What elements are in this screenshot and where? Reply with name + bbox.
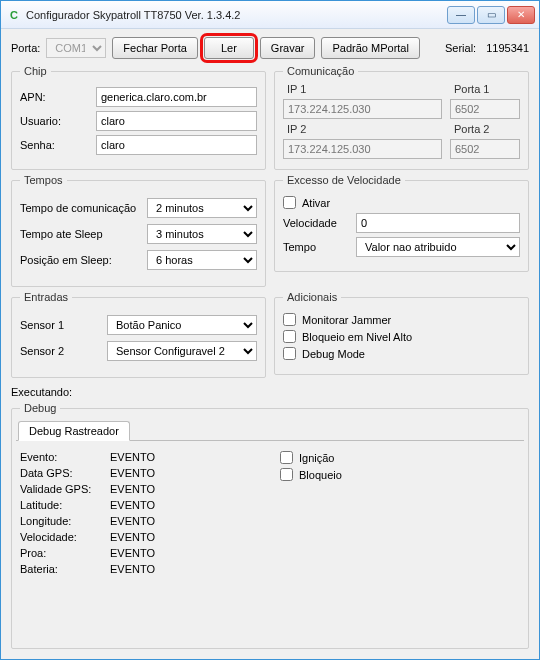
bloqueio-alto-checkbox[interactable] (283, 330, 296, 343)
sensor1-select[interactable]: Botão Panico (107, 315, 257, 335)
senha-input[interactable] (96, 135, 257, 155)
usuario-label: Usuario: (20, 115, 90, 127)
tempo-label: Tempo (283, 241, 348, 253)
adicionais-legend: Adicionais (283, 291, 341, 303)
chip-legend: Chip (20, 65, 51, 77)
latitude-key: Latitude: (20, 499, 110, 511)
executando-label: Executando: (11, 386, 529, 398)
tempo-sleep-select[interactable]: 3 minutos (147, 224, 257, 244)
evento-value: EVENTO (110, 451, 155, 463)
window-buttons: — ▭ ✕ (447, 6, 535, 24)
serial-value: 1195341 (486, 42, 529, 54)
porta-label: Porta: (11, 42, 40, 54)
app-window: C Configurador Skypatroll TT8750 Ver. 1.… (0, 0, 540, 660)
close-button[interactable]: ✕ (507, 6, 535, 24)
velocidade-group: Excesso de Velocidade Ativar Velocidade … (274, 174, 529, 272)
tempos-legend: Tempos (20, 174, 67, 186)
posicao-sleep-label: Posição em Sleep: (20, 254, 112, 266)
velocidade-label: Velocidade (283, 217, 348, 229)
bateria-key: Bateria: (20, 563, 110, 575)
app-icon: C (7, 8, 21, 22)
padrao-mportal-button[interactable]: Padrão MPortal (321, 37, 419, 59)
velocidade-input[interactable] (356, 213, 520, 233)
datagps-value: EVENTO (110, 467, 155, 479)
apn-label: APN: (20, 91, 90, 103)
comunicacao-group: Comunicação IP 1 Porta 1 IP 2 Porta 2 (274, 65, 529, 170)
sensor2-select[interactable]: Sensor Configuravel 2 (107, 341, 257, 361)
jammer-checkbox[interactable] (283, 313, 296, 326)
velocidade-legend: Excesso de Velocidade (283, 174, 405, 186)
porta1-input[interactable] (450, 99, 520, 119)
datagps-key: Data GPS: (20, 467, 110, 479)
chip-group: Chip APN: Usuario: Senha: (11, 65, 266, 170)
tempos-group: Tempos Tempo de comunicação 2 minutos Te… (11, 174, 266, 287)
ignicao-label: Ignição (299, 452, 334, 464)
debug-right-column: Ignição Bloqueio (280, 447, 520, 579)
debug-group: Debug Debug Rastreador Evento:EVENTO Dat… (11, 402, 529, 649)
proa-value: EVENTO (110, 547, 155, 559)
velocidade-value: EVENTO (110, 531, 155, 543)
validade-key: Validade GPS: (20, 483, 110, 495)
velocidade-key: Velocidade: (20, 531, 110, 543)
gravar-button[interactable]: Gravar (260, 37, 316, 59)
porta2-label: Porta 2 (450, 123, 520, 135)
entradas-legend: Entradas (20, 291, 72, 303)
ip2-label: IP 2 (283, 123, 442, 135)
tab-debug-rastreador[interactable]: Debug Rastreador (18, 421, 130, 441)
bloqueio-alto-label: Bloqueio em Nivel Alto (302, 331, 412, 343)
ignicao-checkbox[interactable] (280, 451, 293, 464)
jammer-label: Monitorar Jammer (302, 314, 391, 326)
latitude-value: EVENTO (110, 499, 155, 511)
evento-key: Evento: (20, 451, 110, 463)
entradas-group: Entradas Sensor 1 Botão Panico Sensor 2 … (11, 291, 266, 378)
ler-button[interactable]: Ler (204, 37, 254, 59)
proa-key: Proa: (20, 547, 110, 559)
debug-mode-label: Debug Mode (302, 348, 365, 360)
window-body: Porta: COM1 Fechar Porta Ler Gravar Padr… (1, 29, 539, 659)
longitude-value: EVENTO (110, 515, 155, 527)
ativar-checkbox[interactable] (283, 196, 296, 209)
sensor2-label: Sensor 2 (20, 345, 64, 357)
adicionais-group: Adicionais Monitorar Jammer Bloqueio em … (274, 291, 529, 375)
tempo-comunicacao-select[interactable]: 2 minutos (147, 198, 257, 218)
porta1-label: Porta 1 (450, 83, 520, 95)
tempo-comunicacao-label: Tempo de comunicação (20, 202, 136, 214)
debug-left-column: Evento:EVENTO Data GPS:EVENTO Validade G… (20, 447, 280, 579)
ip1-label: IP 1 (283, 83, 442, 95)
window-title: Configurador Skypatroll TT8750 Ver. 1.3.… (26, 9, 447, 21)
comunicacao-legend: Comunicação (283, 65, 358, 77)
apn-input[interactable] (96, 87, 257, 107)
bloqueio-checkbox[interactable] (280, 468, 293, 481)
ip1-input[interactable] (283, 99, 442, 119)
usuario-input[interactable] (96, 111, 257, 131)
posicao-sleep-select[interactable]: 6 horas (147, 250, 257, 270)
senha-label: Senha: (20, 139, 90, 151)
validade-value: EVENTO (110, 483, 155, 495)
porta2-input[interactable] (450, 139, 520, 159)
serial-label: Serial: (445, 42, 476, 54)
debug-legend: Debug (20, 402, 60, 414)
maximize-button[interactable]: ▭ (477, 6, 505, 24)
tempo-sleep-label: Tempo ate Sleep (20, 228, 103, 240)
toolbar: Porta: COM1 Fechar Porta Ler Gravar Padr… (11, 35, 529, 61)
debug-tabstrip: Debug Rastreador (16, 418, 524, 441)
tempo-select[interactable]: Valor nao atribuido (356, 237, 520, 257)
ip2-input[interactable] (283, 139, 442, 159)
longitude-key: Longitude: (20, 515, 110, 527)
ativar-label: Ativar (302, 197, 330, 209)
sensor1-label: Sensor 1 (20, 319, 64, 331)
porta-select[interactable]: COM1 (46, 38, 106, 58)
fechar-porta-button[interactable]: Fechar Porta (112, 37, 198, 59)
bateria-value: EVENTO (110, 563, 155, 575)
debug-mode-checkbox[interactable] (283, 347, 296, 360)
minimize-button[interactable]: — (447, 6, 475, 24)
titlebar: C Configurador Skypatroll TT8750 Ver. 1.… (1, 1, 539, 29)
bloqueio-label: Bloqueio (299, 469, 342, 481)
